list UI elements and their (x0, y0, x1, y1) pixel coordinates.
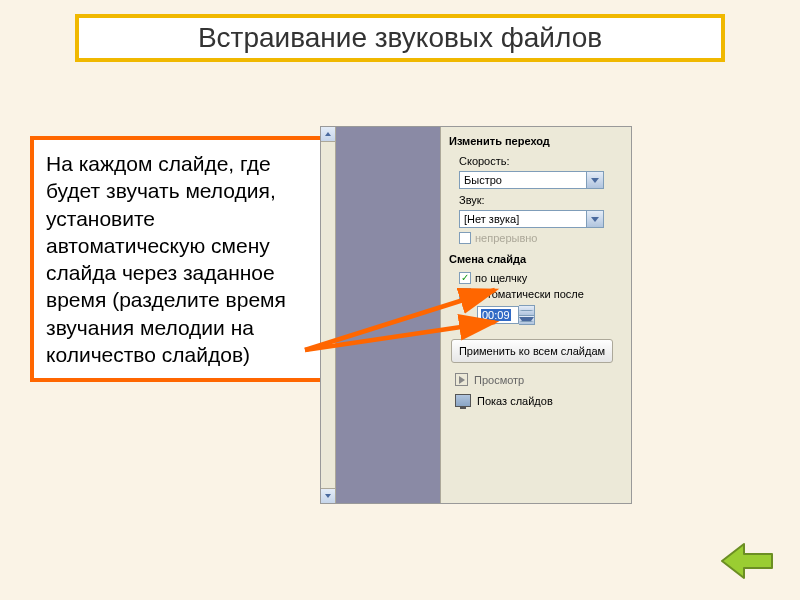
monitor-icon (455, 394, 471, 407)
preview-link[interactable]: Просмотр (441, 367, 631, 388)
slideshow-label: Показ слайдов (477, 395, 553, 407)
instruction-text: На каждом слайде, где будет звучать мело… (46, 152, 286, 366)
apply-all-button[interactable]: Применить ко всем слайдам (451, 339, 613, 363)
speed-label: Скорость: (441, 151, 631, 170)
on-click-label: по щелчку (475, 272, 527, 284)
spinner-up-icon[interactable] (519, 306, 534, 316)
loop-label: непрерывно (475, 232, 537, 244)
checkbox-checked-icon[interactable]: ✓ (459, 272, 471, 284)
sound-label: Звук: (441, 190, 631, 209)
instruction-callout: На каждом слайде, где будет звучать мело… (30, 136, 330, 382)
chevron-down-icon[interactable] (586, 172, 603, 188)
chevron-down-icon[interactable] (586, 211, 603, 227)
auto-after-label: автоматически после (475, 288, 584, 300)
scrollbar[interactable] (321, 127, 336, 503)
section-advance-title: Смена слайда (441, 245, 631, 269)
page-title-box: Встраивание звуковых файлов (75, 14, 725, 62)
speed-value: Быстро (464, 174, 502, 186)
section-transition-title: Изменить переход (441, 127, 631, 151)
loop-checkbox-row: непрерывно (441, 229, 631, 245)
scroll-down-icon[interactable] (321, 488, 335, 503)
speed-dropdown[interactable]: Быстро (459, 171, 604, 189)
arrow-left-icon (718, 536, 778, 586)
back-arrow-button[interactable] (718, 536, 778, 586)
time-spinner[interactable]: 00:09 (477, 306, 519, 324)
spinner-buttons[interactable] (519, 305, 535, 325)
on-click-checkbox-row[interactable]: ✓ по щелчку (441, 269, 631, 285)
scroll-up-icon[interactable] (321, 127, 335, 142)
apply-all-label: Применить ко всем слайдам (459, 345, 605, 357)
sound-dropdown[interactable]: [Нет звука] (459, 210, 604, 228)
app-screenshot: Изменить переход Скорость: Быстро Звук: … (320, 126, 632, 504)
preview-label: Просмотр (474, 374, 524, 386)
auto-after-checkbox-row[interactable]: ✓ автоматически после (441, 285, 631, 301)
checkbox-icon (459, 232, 471, 244)
page-title: Встраивание звуковых файлов (198, 22, 602, 54)
transition-task-pane: Изменить переход Скорость: Быстро Звук: … (440, 127, 631, 503)
checkbox-checked-icon[interactable]: ✓ (459, 288, 471, 300)
slideshow-link[interactable]: Показ слайдов (441, 388, 631, 409)
spinner-down-icon[interactable] (519, 316, 534, 325)
play-icon (455, 373, 468, 386)
time-value: 00:09 (481, 309, 511, 321)
sound-value: [Нет звука] (464, 213, 519, 225)
